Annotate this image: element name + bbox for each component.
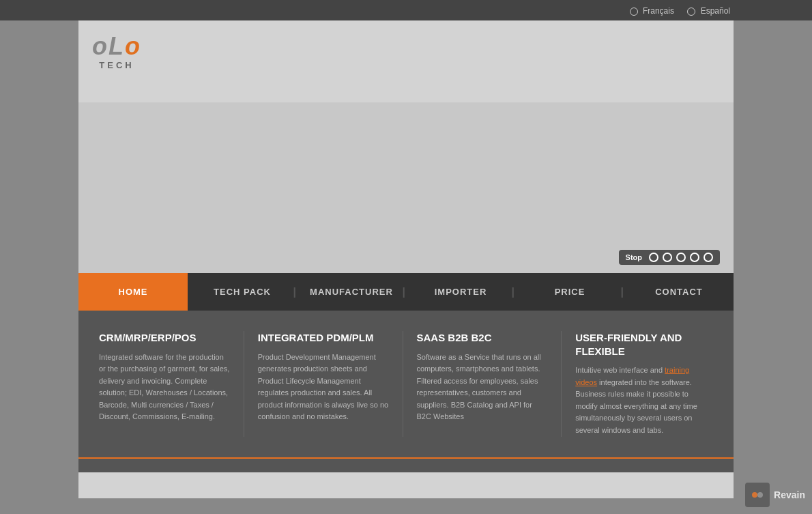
logo-o2: o <box>125 32 141 60</box>
slideshow-controls: Stop <box>619 250 720 265</box>
slide-dot-5[interactable] <box>704 253 713 262</box>
nav-tech-pack[interactable]: TECH PACK <box>188 273 297 311</box>
feature-pdm-title: INTEGRATED PDM/PLM <box>258 331 389 345</box>
feature-ux-text: Intuitive web interface and training vid… <box>575 365 706 437</box>
features-section: CRM/MRP/ERP/POS Integrated software for … <box>78 311 734 457</box>
feature-ux-text-before: Intuitive web interface and <box>575 366 665 374</box>
main-nav: HOME TECH PACK MANUFACTURER IMPORTER PRI… <box>78 273 734 311</box>
revain-logo-icon <box>749 487 766 503</box>
slide-dot-2[interactable] <box>663 253 672 262</box>
logo-l: L <box>108 32 125 60</box>
nav-manufacturer[interactable]: MANUFACTURER <box>297 273 406 311</box>
lang-french-link[interactable]: Français <box>630 6 677 16</box>
logo-area: oLo TECH <box>92 34 141 70</box>
nav-contact[interactable]: CONTACT <box>624 273 734 311</box>
feature-ux: USER-FRIENDLY AND FLEXIBLE Intuitive web… <box>562 331 720 437</box>
slide-dot-3[interactable] <box>676 253 686 262</box>
feature-saas-text: Software as a Service that runs on all c… <box>417 352 548 424</box>
globe-icon-spanish <box>687 8 695 16</box>
feature-pdm-text: Product Development Management generates… <box>258 352 389 424</box>
header: oLo TECH <box>78 20 734 102</box>
lang-spanish-link[interactable]: Español <box>687 6 730 16</box>
nav-home[interactable]: HOME <box>78 273 188 311</box>
feature-pdm: INTEGRATED PDM/PLM Product Development M… <box>244 331 403 437</box>
feature-saas-title: SAAS B2B B2C <box>417 331 548 345</box>
feature-saas: SAAS B2B B2C Software as a Service that … <box>403 331 562 437</box>
feature-crm-title: CRM/MRP/ERP/POS <box>99 331 230 345</box>
slide-dot-1[interactable] <box>649 253 658 262</box>
bottom-bar <box>78 457 734 472</box>
globe-icon-french <box>630 8 638 16</box>
revain-watermark: Revain <box>745 483 805 507</box>
feature-ux-title: USER-FRIENDLY AND FLEXIBLE <box>575 331 706 358</box>
logo-subtext: TECH <box>99 60 134 70</box>
lang-french-label: Français <box>643 6 674 16</box>
feature-crm-text: Integrated software for the production o… <box>99 352 230 424</box>
logo-text: oLo <box>92 34 141 59</box>
svg-point-1 <box>757 492 763 498</box>
logo-o1: o <box>92 32 108 60</box>
top-bar: Français Español <box>0 0 812 20</box>
svg-point-0 <box>752 492 757 498</box>
nav-price[interactable]: PRICE <box>515 273 624 311</box>
hero-banner: Stop <box>78 102 734 273</box>
nav-importer[interactable]: IMPORTER <box>406 273 515 311</box>
lang-spanish-label: Español <box>701 6 730 16</box>
revain-label: Revain <box>774 489 805 500</box>
stop-button[interactable]: Stop <box>626 253 642 261</box>
feature-crm: CRM/MRP/ERP/POS Integrated software for … <box>92 331 244 437</box>
revain-icon <box>745 483 770 507</box>
main-wrapper: oLo TECH Stop HOME TECH PACK MANUFACTURE… <box>78 20 734 498</box>
slide-dot-4[interactable] <box>690 253 699 262</box>
